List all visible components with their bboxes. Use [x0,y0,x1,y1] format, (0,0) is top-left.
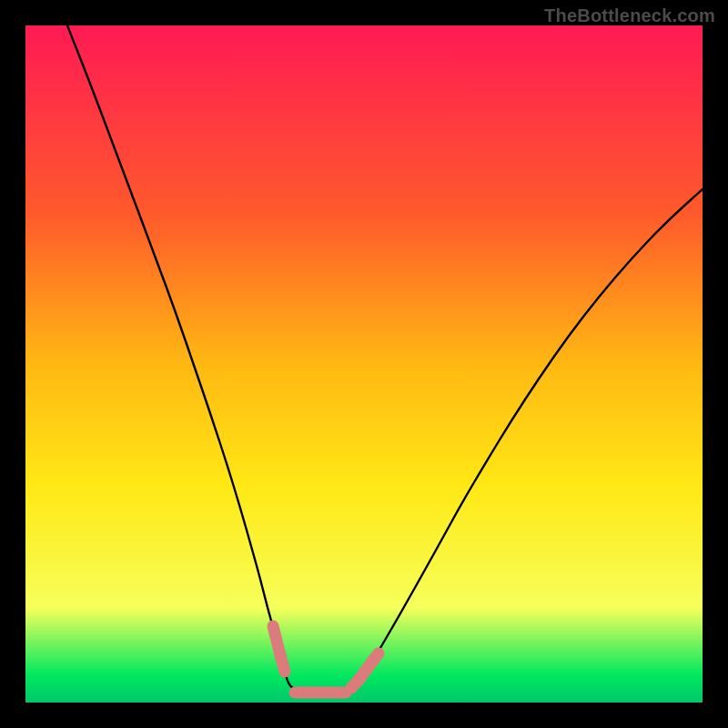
marker-segment [273,626,278,648]
plot-container [25,25,703,703]
app-frame: TheBottleneck.com [0,0,728,728]
watermark-text: TheBottleneck.com [544,5,715,26]
gradient-background [25,25,703,703]
marker-segment [279,652,285,672]
marker-segment [371,653,379,663]
bottleneck-plot [25,25,703,703]
